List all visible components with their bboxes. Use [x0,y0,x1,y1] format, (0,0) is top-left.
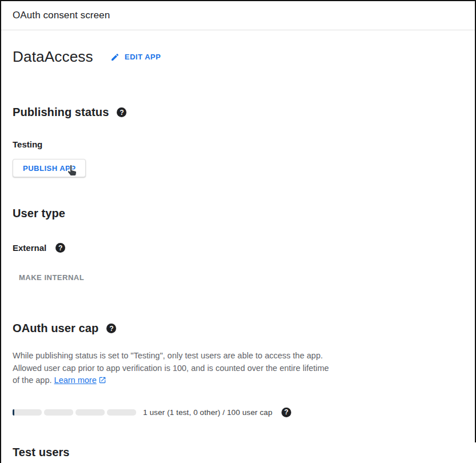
publishing-status-value: Testing [13,139,476,149]
page-title: OAuth consent screen [13,10,110,21]
user-cap-heading-row: OAuth user cap ? [13,322,476,335]
publishing-status-section: Publishing status ? Testing PUBLISH APP [13,106,476,177]
app-header-row: DataAccess EDIT APP [13,48,476,66]
publishing-status-heading: Publishing status [13,106,109,119]
progress-segment [13,409,42,416]
publish-app-label: PUBLISH APP [23,164,76,173]
user-type-section: User type External ? MAKE INTERNAL [13,207,476,285]
test-users-heading: Test users [13,446,70,459]
user-type-value: External [13,243,46,253]
edit-app-button[interactable]: EDIT APP [106,49,165,65]
user-cap-usage-label: 1 user (1 test, 0 other) / 100 user cap [143,408,272,417]
help-glyph: ? [58,245,62,252]
app-name: DataAccess [13,48,93,66]
user-type-help-icon[interactable]: ? [55,243,65,253]
edit-pencil-icon [110,53,120,62]
page-header: OAuth consent screen [1,1,476,30]
help-glyph: ? [109,325,113,332]
publishing-status-heading-row: Publishing status ? [13,106,476,119]
user-cap-heading: OAuth user cap [13,322,98,335]
user-cap-progress-row: 1 user (1 test, 0 other) / 100 user cap … [13,408,476,417]
user-cap-description: While publishing status is set to "Testi… [13,350,333,388]
learn-more-label: Learn more [54,376,97,385]
test-users-section: Test users [13,446,476,459]
user-type-heading: User type [13,207,65,220]
user-cap-progress-bar [13,409,136,416]
learn-more-link[interactable]: Learn more [54,376,97,385]
user-type-value-row: External ? [13,243,476,253]
progress-segment [76,409,105,416]
progress-segment [107,409,136,416]
user-cap-usage-help-icon[interactable]: ? [281,408,291,417]
open-in-new-icon [98,376,106,388]
progress-segment [44,409,73,416]
edit-app-label: EDIT APP [125,53,161,61]
publishing-status-help-icon[interactable]: ? [117,107,126,117]
test-users-heading-row: Test users [13,446,476,459]
make-internal-button[interactable]: MAKE INTERNAL [14,270,89,285]
user-cap-help-icon[interactable]: ? [106,324,116,333]
help-glyph: ? [120,109,124,116]
publish-app-button[interactable]: PUBLISH APP [13,159,86,177]
make-internal-label: MAKE INTERNAL [19,273,84,282]
main-content: DataAccess EDIT APP Publishing status ? … [1,48,476,459]
oauth-consent-screen-page: OAuth consent screen DataAccess EDIT APP… [0,0,476,463]
oauth-user-cap-section: OAuth user cap ? While publishing status… [13,322,476,417]
help-glyph: ? [284,409,288,416]
user-cap-progress-fill [13,409,14,416]
user-type-heading-row: User type [13,207,476,220]
